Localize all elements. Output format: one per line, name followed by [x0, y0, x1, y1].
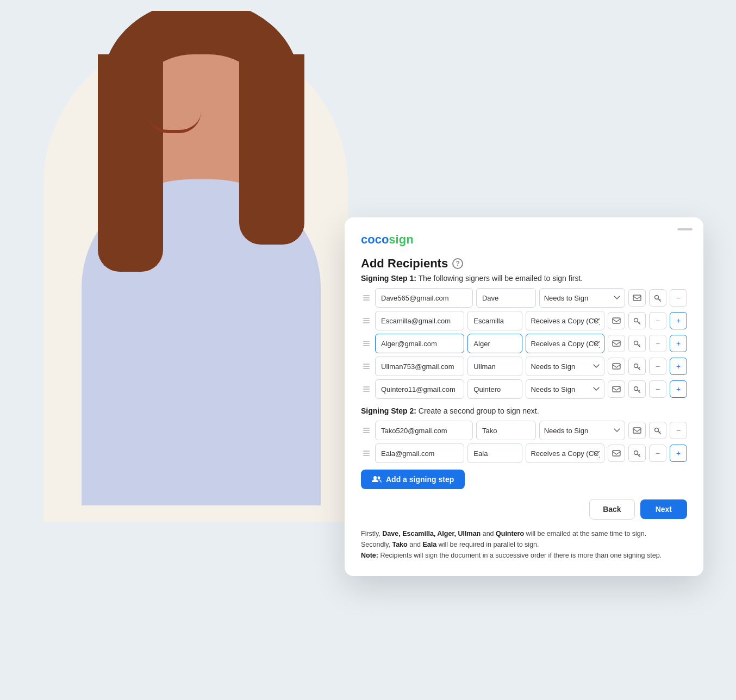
drag-handle[interactable]: [361, 361, 372, 371]
logo: coco sign: [361, 233, 687, 247]
svg-rect-2: [613, 318, 620, 323]
svg-rect-4: [613, 341, 620, 346]
key-icon: [633, 385, 641, 393]
mail-icon: [612, 450, 621, 457]
summary-note: Note: Recipients will sign the document …: [361, 550, 687, 561]
key-icon-button[interactable]: [628, 335, 646, 352]
email-input[interactable]: [375, 443, 464, 463]
bottom-navigation: Back Next: [361, 499, 687, 520]
email-icon-button[interactable]: [608, 312, 625, 329]
role-select[interactable]: Needs to SignReceives a Copy (CC)In Pers…: [539, 288, 625, 308]
drag-handle[interactable]: [361, 426, 372, 435]
recipient-row: Needs to SignReceives a Copy (CC)In Pers…: [361, 311, 687, 330]
email-icon-button[interactable]: [608, 380, 625, 398]
key-icon: [633, 449, 641, 458]
remove-recipient-button[interactable]: −: [649, 312, 666, 329]
name-input[interactable]: [467, 443, 522, 463]
remove-recipient-button[interactable]: −: [649, 380, 666, 398]
email-input[interactable]: [375, 311, 464, 330]
remove-recipient-button[interactable]: −: [649, 358, 666, 375]
person-illustration: [33, 11, 370, 609]
help-icon[interactable]: ?: [452, 258, 463, 269]
key-icon-button[interactable]: [628, 312, 646, 329]
key-icon-button[interactable]: [628, 445, 646, 462]
key-icon: [633, 316, 641, 325]
svg-point-15: [378, 477, 381, 479]
email-icon-button[interactable]: [628, 422, 646, 439]
email-icon-button[interactable]: [608, 358, 625, 375]
drag-handle[interactable]: [361, 384, 372, 394]
mail-icon: [612, 363, 621, 370]
add-recipient-button[interactable]: +: [670, 380, 687, 398]
key-icon-button[interactable]: [628, 358, 646, 375]
key-icon: [633, 339, 641, 348]
name-input[interactable]: [467, 379, 522, 399]
email-input[interactable]: [375, 379, 464, 399]
add-recipient-button[interactable]: +: [670, 445, 687, 462]
people-icon: [372, 476, 382, 483]
drag-handle[interactable]: [361, 339, 372, 348]
add-signing-step-button[interactable]: Add a signing step: [361, 470, 465, 489]
logo-sign: sign: [389, 233, 413, 247]
add-step-label: Add a signing step: [386, 475, 454, 484]
summary-line2: Secondly, Tako and Eala will be required…: [361, 539, 687, 550]
email-input[interactable]: [375, 288, 473, 308]
mail-icon: [612, 340, 621, 347]
drag-handle[interactable]: [361, 448, 372, 458]
email-input[interactable]: [375, 357, 464, 376]
email-icon-button[interactable]: [608, 335, 625, 352]
name-input[interactable]: [467, 334, 522, 353]
remove-recipient-button[interactable]: −: [649, 335, 666, 352]
name-input[interactable]: [467, 357, 522, 376]
email-input[interactable]: [375, 334, 464, 353]
drag-handle[interactable]: [361, 293, 372, 303]
add-recipient-button[interactable]: +: [670, 335, 687, 352]
svg-rect-12: [613, 451, 620, 456]
svg-rect-8: [613, 386, 620, 392]
name-input[interactable]: [476, 288, 536, 308]
add-recipient-button[interactable]: +: [670, 312, 687, 329]
role-select[interactable]: Needs to SignReceives a Copy (CC)In Pers…: [539, 421, 625, 440]
svg-rect-6: [613, 364, 620, 369]
next-button[interactable]: Next: [640, 499, 687, 519]
role-select[interactable]: Needs to SignReceives a Copy (CC)In Pers…: [526, 334, 604, 353]
email-icon-button[interactable]: [608, 445, 625, 462]
drag-handle[interactable]: [361, 316, 372, 326]
role-select[interactable]: Needs to SignReceives a Copy (CC)In Pers…: [526, 379, 604, 399]
key-icon: [633, 362, 641, 371]
key-icon-button[interactable]: [649, 422, 666, 439]
recipient-row: Needs to SignReceives a Copy (CC)In Pers…: [361, 379, 687, 399]
mail-icon: [612, 386, 621, 392]
key-icon-button[interactable]: [628, 380, 646, 398]
role-select[interactable]: Needs to SignReceives a Copy (CC)In Pers…: [526, 311, 604, 330]
role-select[interactable]: Needs to SignReceives a Copy (CC)In Pers…: [526, 443, 604, 463]
step1-label: Signing Step 1: The following signers wi…: [361, 274, 687, 283]
remove-recipient-button[interactable]: −: [670, 422, 687, 439]
svg-rect-0: [633, 295, 641, 301]
minimize-button[interactable]: [677, 228, 693, 230]
remove-recipient-button[interactable]: −: [670, 289, 687, 307]
add-recipients-modal: coco sign Add Recipients ? Signing Step …: [345, 217, 703, 576]
name-input[interactable]: [467, 311, 522, 330]
recipient-row: Needs to SignReceives a Copy (CC)In Pers…: [361, 357, 687, 376]
key-icon: [653, 426, 662, 435]
mail-icon: [612, 317, 621, 324]
svg-point-14: [373, 476, 377, 479]
summary-line1: Firstly, Dave, Escamilla, Alger, Ullman …: [361, 528, 687, 539]
step1-recipients: Needs to SignReceives a Copy (CC)In Pers…: [361, 288, 687, 399]
recipient-row: Needs to SignReceives a Copy (CC)In Pers…: [361, 421, 687, 440]
key-icon-button[interactable]: [649, 289, 666, 307]
recipient-row: Needs to SignReceives a Copy (CC)In Pers…: [361, 288, 687, 308]
logo-coco: coco: [361, 233, 389, 247]
back-button[interactable]: Back: [589, 499, 634, 520]
modal-title: Add Recipients ?: [361, 257, 687, 271]
mail-icon: [633, 427, 641, 434]
name-input[interactable]: [476, 421, 536, 440]
svg-rect-10: [633, 428, 641, 433]
recipient-row: Needs to SignReceives a Copy (CC)In Pers…: [361, 443, 687, 463]
email-icon-button[interactable]: [628, 289, 646, 307]
add-recipient-button[interactable]: +: [670, 358, 687, 375]
remove-recipient-button[interactable]: −: [649, 445, 666, 462]
email-input[interactable]: [375, 421, 473, 440]
role-select[interactable]: Needs to SignReceives a Copy (CC)In Pers…: [526, 357, 604, 376]
